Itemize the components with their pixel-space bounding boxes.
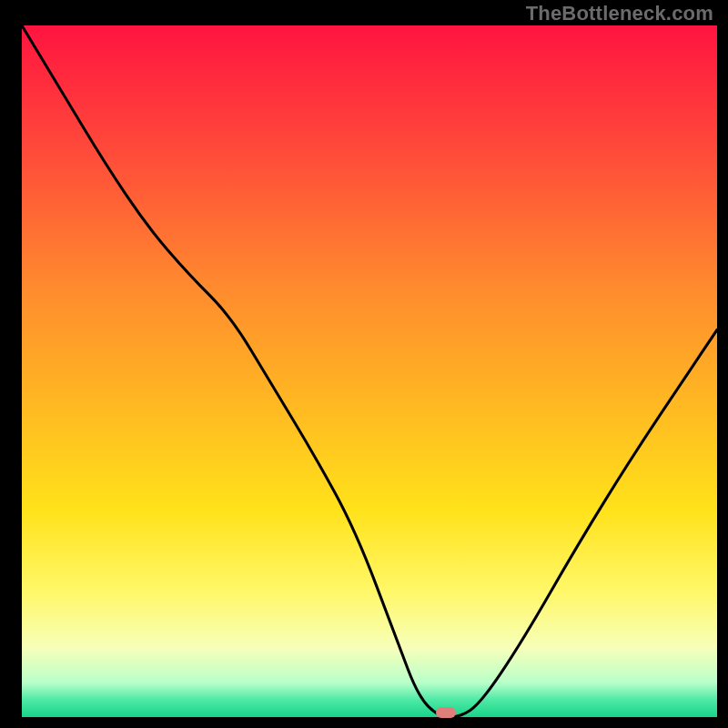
plot-area (22, 25, 717, 717)
curve-path (22, 25, 717, 717)
watermark-text: TheBottleneck.com (526, 2, 713, 25)
optimal-point-marker (436, 707, 456, 718)
chart-frame: TheBottleneck.com (0, 0, 728, 728)
bottleneck-curve (22, 25, 717, 717)
